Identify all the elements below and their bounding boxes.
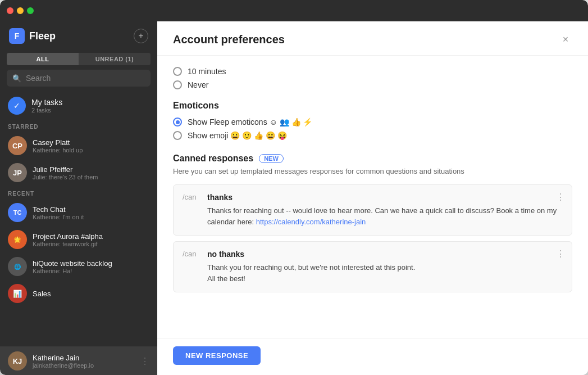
radio-item-10min[interactable]: 10 minutes [173, 67, 572, 76]
logo-icon: F [9, 28, 25, 44]
avatar: TC [8, 203, 27, 222]
canned-responses-section: Canned responses NEW Here you can set up… [173, 153, 572, 292]
canned-more-icon[interactable]: ⋮ [556, 249, 565, 259]
radio-label-emoji: Show emoji 😀 🙂 👍 😄 😝 [188, 131, 287, 140]
chat-info: Casey Platt Katherine: hold up [33, 138, 149, 153]
avatar: 🌟 [8, 230, 27, 249]
traffic-light-yellow[interactable] [17, 7, 24, 14]
tab-unread[interactable]: UNREAD (1) [79, 53, 151, 65]
app-window: F Fleep + ALL UNREAD (1) 🔍 [0, 0, 588, 375]
panel-header: Account preferences × [157, 21, 588, 56]
emoticons-radio-group: Show Fleep emoticons ☺ 👥 👍 ⚡ Show emoji … [173, 118, 572, 140]
radio-label-never: Never [188, 80, 208, 89]
list-item[interactable]: 🌟 Project Aurora #alpha Katherine: teamw… [0, 226, 157, 253]
my-tasks-sub: 2 tasks [31, 107, 62, 114]
avatar: JP [8, 163, 27, 182]
traffic-light-red[interactable] [7, 7, 13, 14]
radio-label-fleep: Show Fleep emoticons ☺ 👥 👍 ⚡ [188, 118, 312, 126]
logo-text: Fleep [29, 30, 56, 42]
my-tasks-item[interactable]: ✓ My tasks 2 tasks [0, 92, 157, 119]
canned-body: thanks Thanks for reaching out -- would … [207, 193, 563, 227]
chat-info: hiQuote website backlog Katherine: Ha! [33, 259, 149, 274]
chat-info: Tech Chat Katherine: I'm on it [33, 205, 149, 220]
sidebar: F Fleep + ALL UNREAD (1) 🔍 [0, 21, 157, 375]
timeout-radio-group: 10 minutes Never [173, 67, 572, 89]
chat-info: Sales [33, 290, 149, 298]
radio-circle-10min [173, 67, 182, 76]
canned-response-link[interactable]: https://calendly.com/katherine-jain [256, 218, 366, 226]
avatar: 🌐 [8, 257, 27, 276]
radio-item-emoji[interactable]: Show emoji 😀 🙂 👍 😄 😝 [173, 131, 572, 140]
preferences-panel: Account preferences × 10 minutes [157, 21, 588, 375]
chat-sub: Katherine: I'm on it [33, 214, 149, 220]
user-name: Katherine Jain [33, 354, 135, 362]
search-bar[interactable]: 🔍 Search [7, 70, 151, 87]
emoticons-title: Emoticons [173, 101, 572, 111]
can-label: /can [183, 193, 199, 227]
chat-name: Sales [33, 290, 149, 298]
traffic-lights [7, 7, 34, 14]
chat-name: Casey Platt [33, 138, 149, 147]
new-response-button[interactable]: NEW RESPONSE [173, 346, 261, 365]
canned-description: Here you can set up templated messages r… [173, 167, 572, 175]
canned-more-icon[interactable]: ⋮ [556, 192, 565, 202]
tab-all[interactable]: ALL [7, 53, 79, 65]
list-item[interactable]: 📊 Sales [0, 280, 157, 307]
new-badge: NEW [259, 154, 284, 163]
canned-response-text: Thanks for reaching out -- would love to… [207, 205, 563, 227]
radio-item-never[interactable]: Never [173, 80, 572, 89]
chat-sub: Julie: there's 23 of them [33, 174, 149, 180]
chat-info: Katherine Jain jainkatherine@fleep.io [33, 354, 135, 369]
sidebar-logo: F Fleep [9, 28, 56, 44]
can-label: /can [183, 250, 199, 284]
tasks-icon: ✓ [8, 97, 26, 115]
tab-bar: ALL UNREAD (1) [7, 53, 151, 65]
chat-info: Julie Pfeiffer Julie: there's 23 of them [33, 165, 149, 180]
radio-circle-never [173, 80, 182, 89]
list-item[interactable]: JP Julie Pfeiffer Julie: there's 23 of t… [0, 159, 157, 186]
close-button[interactable]: × [559, 33, 572, 46]
sidebar-header: F Fleep + [0, 21, 157, 51]
avatar: KJ [8, 351, 27, 371]
radio-label-10min: 10 minutes [188, 67, 226, 76]
canned-body: no thanks Thank you for reaching out, bu… [207, 250, 563, 284]
chat-sub: Katherine: Ha! [33, 268, 149, 274]
main-content: Account preferences × 10 minutes [157, 21, 588, 375]
chat-name: Project Aurora #alpha [33, 232, 149, 241]
search-icon: 🔍 [12, 74, 21, 83]
chat-sub: Katherine: hold up [33, 147, 149, 153]
avatar: 📊 [8, 284, 27, 303]
list-item[interactable]: TC Tech Chat Katherine: I'm on it [0, 199, 157, 226]
emoticons-section: Emoticons Show Fleep emoticons ☺ 👥 👍 ⚡ S… [173, 101, 572, 140]
canned-response-card: /can thanks Thanks for reaching out -- w… [173, 184, 572, 236]
radio-item-fleep-emoticons[interactable]: Show Fleep emoticons ☺ 👥 👍 ⚡ [173, 118, 572, 126]
panel-footer: NEW RESPONSE [157, 338, 588, 375]
canned-response-card: /can no thanks Thank you for reaching ou… [173, 241, 572, 292]
radio-circle-emoji [173, 131, 182, 140]
search-input[interactable]: Search [26, 74, 51, 83]
titlebar [0, 0, 588, 21]
chat-name: Julie Pfeiffer [33, 165, 149, 174]
traffic-light-green[interactable] [27, 7, 34, 14]
add-conversation-button[interactable]: + [134, 29, 148, 43]
avatar: CP [8, 136, 27, 155]
list-item[interactable]: CP Casey Platt Katherine: hold up [0, 132, 157, 159]
chat-name: Tech Chat [33, 205, 149, 214]
canned-response-title: no thanks [207, 250, 563, 259]
recent-label: RECENT [0, 186, 157, 199]
my-tasks-name: My tasks [31, 98, 62, 107]
canned-response-title: thanks [207, 193, 563, 202]
canned-response-text: Thank you for reaching out, but we're no… [207, 262, 563, 284]
radio-circle-fleep [173, 118, 182, 126]
panel-title: Account preferences [173, 33, 285, 46]
chat-name: hiQuote website backlog [33, 259, 149, 268]
chat-sub: Katherine: teamwork.gif [33, 241, 149, 247]
more-options-icon[interactable]: ⋮ [140, 356, 149, 367]
chat-info: Project Aurora #alpha Katherine: teamwor… [33, 232, 149, 247]
my-tasks-info: My tasks 2 tasks [31, 98, 62, 114]
app-body: F Fleep + ALL UNREAD (1) 🔍 [0, 21, 588, 375]
canned-title: Canned responses [173, 153, 253, 164]
current-user-item[interactable]: KJ Katherine Jain jainkatherine@fleep.io… [0, 346, 157, 375]
starred-label: STARRED [0, 119, 157, 132]
list-item[interactable]: 🌐 hiQuote website backlog Katherine: Ha! [0, 253, 157, 280]
